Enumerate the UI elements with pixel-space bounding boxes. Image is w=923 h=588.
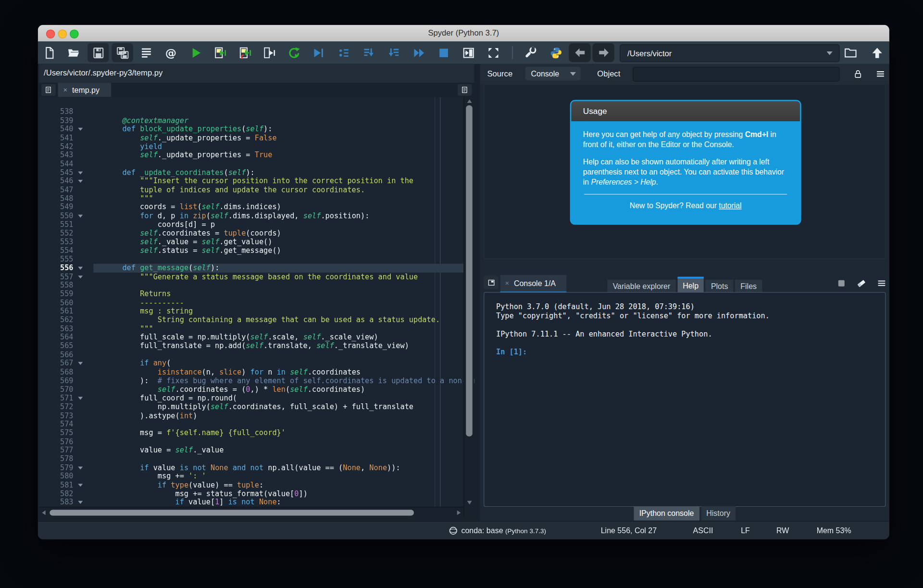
code-line[interactable]: 579 if value is not None and not np.all(… [39, 463, 463, 472]
scroll-up-arrow-icon[interactable] [467, 100, 472, 103]
code-line[interactable]: 577 value = self._value [39, 446, 463, 455]
code-line[interactable]: 547 tuple of indices and update the curs… [39, 186, 463, 194]
fold-arrow-icon[interactable] [78, 397, 83, 400]
debug-step-into-icon[interactable] [362, 46, 376, 60]
debug-step-return-icon[interactable] [387, 46, 401, 60]
fold-arrow-icon[interactable] [78, 362, 83, 365]
fold-arrow-icon[interactable] [78, 484, 83, 487]
code-line[interactable]: 573 ).astype(int) [39, 411, 463, 420]
code-line[interactable]: 558 [39, 281, 463, 290]
debug-stop-icon[interactable] [437, 46, 451, 60]
code-line[interactable]: 574 [39, 420, 463, 429]
close-tab-icon[interactable]: × [505, 279, 509, 288]
save-all-icon[interactable] [115, 46, 130, 60]
vertical-scroll-thumb[interactable] [466, 105, 473, 437]
browse-tabs-right-button[interactable] [458, 84, 472, 96]
code-line[interactable]: 559 Returns [39, 290, 463, 299]
fold-arrow-icon[interactable] [78, 466, 83, 469]
tab-temp-py[interactable]: × temp.py [58, 83, 112, 97]
debug-file-icon[interactable] [311, 46, 325, 60]
options-menu-icon[interactable] [875, 69, 887, 79]
editor-vertical-scrollbar[interactable] [463, 97, 474, 518]
file-switcher-icon[interactable] [139, 46, 153, 60]
code-line[interactable]: 571 full_coord = np.round( [39, 394, 463, 402]
code-line[interactable]: 544 [39, 160, 463, 168]
parent-directory-icon[interactable] [870, 46, 884, 60]
code-line[interactable]: 543 self._update_properties = True [39, 151, 463, 160]
fold-arrow-icon[interactable] [78, 128, 83, 131]
save-icon[interactable] [91, 46, 105, 60]
code-line[interactable]: 567 if any( [39, 359, 463, 368]
code-line[interactable]: 561 msg : string [39, 307, 463, 316]
code-line[interactable]: 564 full_scale = np.multiply(self.scale,… [39, 333, 463, 342]
code-line[interactable]: 563 """ [39, 325, 463, 333]
forward-button[interactable] [592, 43, 614, 62]
code-line[interactable]: 560 ---------- [39, 299, 463, 307]
zoom-window-button[interactable] [70, 30, 78, 38]
code-line[interactable]: 550 for d, p in zip(self.dims.displayed,… [39, 212, 463, 220]
code-line[interactable]: 551 coords[d] = p [39, 220, 463, 229]
working-directory-combo[interactable]: /Users/victor [620, 44, 840, 62]
code-line[interactable]: 570 self.coordinates = (0,) * len(self.c… [39, 385, 463, 394]
close-tab-icon[interactable]: × [63, 86, 68, 94]
code-line[interactable]: 580 msg += ': ' [39, 472, 463, 481]
code-line[interactable]: 555 [39, 255, 463, 264]
horizontal-scroll-thumb[interactable] [50, 510, 414, 515]
run-cell-icon[interactable] [213, 46, 227, 60]
back-button[interactable] [569, 43, 591, 62]
code-line[interactable]: 548 """ [39, 194, 463, 203]
run-selection-icon[interactable] [262, 46, 276, 60]
code-line[interactable]: 554 self.status = self.get_message() [39, 247, 463, 255]
python-path-icon[interactable] [549, 46, 563, 60]
tab-ipython-console[interactable]: IPython console [634, 506, 699, 521]
close-window-button[interactable] [46, 30, 55, 38]
code-line[interactable]: 553 self._value = self.get_value() [39, 238, 463, 247]
fullscreen-icon[interactable] [486, 46, 500, 60]
rerun-cell-icon[interactable] [287, 46, 301, 60]
minimize-window-button[interactable] [58, 30, 67, 38]
new-file-icon[interactable] [42, 46, 56, 60]
code-editor[interactable]: 538539 @contextmanager540 def block_upda… [39, 97, 474, 518]
scroll-down-arrow-icon[interactable] [467, 501, 472, 504]
help-source-selector[interactable]: Console [525, 67, 581, 80]
fold-arrow-icon[interactable] [78, 171, 83, 174]
preferences-wrench-icon[interactable] [524, 46, 538, 60]
code-line[interactable]: 576 [39, 438, 463, 446]
code-line[interactable]: 581 if type(value) == tuple: [39, 481, 463, 489]
interrupt-kernel-icon[interactable] [836, 278, 849, 288]
run-file-icon[interactable] [188, 46, 203, 60]
open-file-icon[interactable] [66, 46, 81, 60]
code-line[interactable]: 582 msg += status_format(value[0]) [39, 489, 463, 498]
fold-arrow-icon[interactable] [78, 267, 83, 270]
code-line[interactable]: 546 """Insert the cursor position into t… [39, 177, 463, 186]
code-line[interactable]: 539 @contextmanager [39, 116, 463, 125]
tab-console-1a[interactable]: × Console 1/A [500, 275, 567, 293]
fold-arrow-icon[interactable] [78, 180, 83, 183]
code-line[interactable]: 562 String containing a message that can… [39, 316, 463, 325]
code-line[interactable]: 575 msg = f'{self.name} {full_coord}' [39, 429, 463, 438]
code-line[interactable]: 540 def block_update_properties(self): [39, 125, 463, 134]
code-line[interactable]: 545 def _update_coordinates(self): [39, 168, 463, 177]
remove-variables-eraser-icon[interactable] [856, 278, 869, 288]
scroll-left-arrow-icon[interactable] [42, 510, 45, 515]
code-line[interactable]: 549 coords = list(self.dims.indices) [39, 203, 463, 212]
find-symbols-icon[interactable]: @ [164, 46, 178, 60]
lock-icon[interactable] [853, 69, 865, 79]
scroll-right-arrow-icon[interactable] [457, 510, 461, 515]
code-line[interactable]: 565 full_translate = np.add(self.transla… [39, 342, 463, 350]
code-line[interactable]: 583 if value[1] is not None: [39, 498, 463, 507]
fold-arrow-icon[interactable] [78, 275, 83, 278]
code-line[interactable]: 557 """Generate a status message based o… [39, 273, 463, 281]
maximize-pane-icon[interactable] [461, 46, 475, 60]
code-line[interactable]: 538 [39, 108, 463, 116]
editor-horizontal-scrollbar[interactable] [39, 507, 463, 517]
console-options-menu-icon[interactable] [876, 278, 889, 288]
debug-step-icon[interactable] [337, 46, 351, 60]
object-combo[interactable] [633, 67, 840, 82]
open-directory-icon[interactable] [843, 46, 858, 60]
debug-continue-icon[interactable] [412, 46, 426, 60]
code-line[interactable]: 541 self._update_properties = False [39, 134, 463, 142]
browse-tabs-left-button[interactable] [41, 84, 56, 96]
fold-arrow-icon[interactable] [78, 215, 83, 218]
code-line[interactable]: 568 isinstance(n, slice) for n in self.c… [39, 368, 463, 376]
